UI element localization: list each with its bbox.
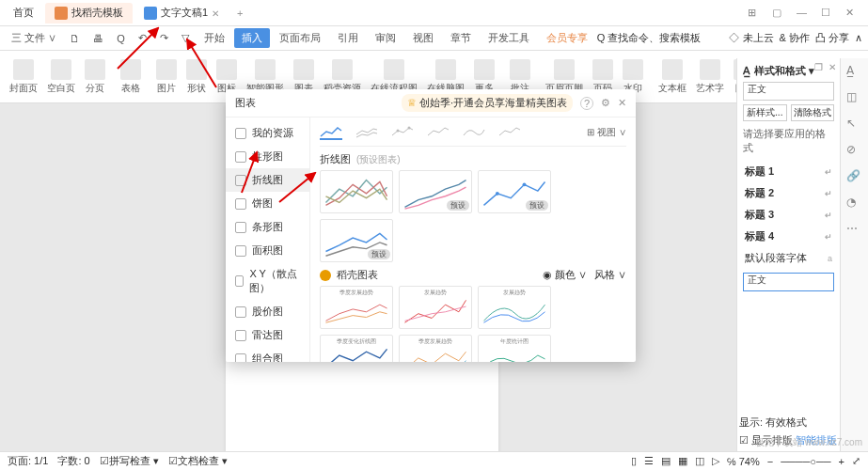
settings-icon[interactable]: ⚙ [601,97,610,109]
preset-thumb-1[interactable] [320,170,393,213]
tool-shape[interactable]: 形状 [182,57,211,97]
zoom-label[interactable]: ℅ 74% [727,456,760,467]
sidebar-scatter[interactable]: X Y（散点图） [226,262,309,300]
tab-home[interactable]: 首页 [4,3,43,24]
view-outline-icon[interactable]: ☰ [644,455,654,467]
tool-blank[interactable]: 空白页 [43,57,79,97]
quick-print-icon[interactable]: 🖶 [87,31,109,46]
sidebar-pie[interactable]: 饼图 [226,192,309,215]
style-h4[interactable]: 标题 4↵ [743,226,834,247]
dialog-close-icon[interactable]: ✕ [618,97,626,109]
tool-table[interactable]: 表格 [117,57,145,97]
style-filter[interactable]: 风格 ∨ [594,268,626,282]
box-icon[interactable]: ▢ [772,7,785,20]
dock-thumb[interactable]: 发展趋势 [399,286,472,329]
search-input[interactable]: Q 查找命令、搜索模板 [597,31,702,45]
current-style-select[interactable]: 正文 [743,82,834,101]
tab-document[interactable]: 文字文稿1✕ [134,3,230,24]
word-count[interactable]: 字数: 0 [57,454,89,468]
tab-chapter[interactable]: 章节 [443,28,479,48]
help-icon[interactable]: ? [580,97,593,110]
minimize-icon[interactable]: — [797,7,810,20]
view-print-icon[interactable]: ▯ [631,455,637,467]
close-icon[interactable]: ✕ [212,8,221,18]
sidetool-limit[interactable]: ⊘ [846,143,863,160]
view-split-icon[interactable]: ◫ [695,455,704,467]
view-web-icon[interactable]: ▦ [678,455,687,467]
pane-detach-icon[interactable]: ❐ [814,62,823,72]
sidetool-backup[interactable]: ◔ [846,196,863,212]
tab-pagelayout[interactable]: 页面布局 [272,28,328,48]
maximize-icon[interactable]: ☐ [821,7,834,20]
sidetool-more[interactable]: ⋯ [846,222,863,239]
color-filter[interactable]: ◉ 颜色 ∨ [543,268,587,282]
sidetool-format[interactable]: A̲ [846,64,863,81]
preset-thumb-3[interactable]: 预设 [478,170,551,213]
tab-developer[interactable]: 开发工具 [481,28,537,48]
tab-review[interactable]: 审阅 [368,28,403,48]
sidebar-area[interactable]: 面积图 [226,239,309,262]
linetype-smooth[interactable] [463,125,485,140]
view-read-icon[interactable]: ▤ [661,455,671,467]
sidebar-line[interactable]: 折线图 [226,168,309,192]
linetype-3d[interactable] [427,125,450,140]
undo-icon[interactable]: ↶ [133,30,152,46]
sidetool-style[interactable]: ◫ [846,90,863,107]
new-style-button[interactable]: 新样式... [743,104,787,121]
sidebar-combo[interactable]: 组合图 [226,347,309,362]
doc-check[interactable]: ☑文档检查 ▾ [168,454,228,468]
dock-thumb[interactable]: 年度统计图 [478,335,551,362]
view-toggle[interactable]: ⊞ 视图 ∨ [587,126,626,139]
preset-thumb-2[interactable]: 预设 [399,170,472,213]
style-default-font[interactable]: 默认段落字体a [743,247,834,269]
new-tab-button[interactable]: + [232,6,247,21]
sidetool-select[interactable]: ↖ [846,117,863,133]
linetype-stacked[interactable] [355,125,378,140]
sidebar-myresources[interactable]: 我的资源 [226,121,309,145]
fullscreen-icon[interactable]: ⤢ [852,455,860,467]
sidebar-hbar[interactable]: 条形图 [226,215,309,239]
promo-banner[interactable]: ♕创始季·开通会员享海量精美图表 [402,94,573,112]
tool-wordart[interactable]: 艺术字 [692,57,728,97]
tool-picture[interactable]: 图片 [152,57,181,97]
tool-textbox[interactable]: 文本框 [655,57,690,97]
cloud-status[interactable]: ◇ 未上云 [729,31,773,45]
quick-save-icon[interactable]: 🗋 [64,31,86,46]
dock-thumb[interactable]: 季度发展趋势 [399,335,472,362]
style-h3[interactable]: 标题 3↵ [743,204,834,226]
sidebar-bar[interactable]: 柱形图 [226,145,309,168]
tab-template[interactable]: 找稻壳模板 [45,3,133,24]
zoom-slider[interactable]: ────○── [781,456,830,467]
tab-start[interactable]: 开始 [197,28,232,48]
style-h2[interactable]: 标题 2↵ [743,182,834,204]
spell-check[interactable]: ☑拼写检查 ▾ [100,454,159,468]
dock-thumb[interactable]: 发展趋势 [478,286,551,329]
style-h1[interactable]: 标题 1↵ [743,161,834,182]
tab-insert[interactable]: 插入 [234,28,270,48]
tab-view[interactable]: 视图 [405,28,441,48]
grid-icon[interactable]: ⊞ [748,7,761,20]
style-body-select[interactable]: 正文 [743,273,834,291]
share-button[interactable]: 凸 分享 [815,31,849,45]
dock-thumb[interactable]: 季度变化折线图 [320,335,393,362]
pane-close-icon[interactable]: ✕ [829,62,836,72]
collapse-ribbon-icon[interactable]: ∧ [855,32,862,44]
show-select[interactable]: 有效格式 [765,416,807,428]
zoom-out-icon[interactable]: − [767,456,773,467]
collab-button[interactable]: & 协作 [780,31,810,45]
view-play-icon[interactable]: ▷ [712,455,719,467]
tool-cover[interactable]: 封面页 [6,57,41,97]
dropdown-icon[interactable]: ▽ [176,30,195,46]
tab-reference[interactable]: 引用 [330,28,366,48]
zoom-in-icon[interactable]: + [839,456,844,467]
linetype-markers[interactable] [391,125,414,140]
page-indicator[interactable]: 页面: 1/1 [8,454,48,468]
redo-icon[interactable]: ↷ [154,30,174,46]
quick-preview-icon[interactable]: Q [111,31,131,46]
linetype-step[interactable] [498,125,521,140]
dock-thumb[interactable]: 季度发展趋势 [320,286,393,329]
tab-member[interactable]: 会员专享 [539,28,595,48]
sidebar-radar[interactable]: 雷达图 [226,323,309,347]
sidebar-stock[interactable]: 股价图 [226,300,309,323]
close-window-icon[interactable]: ✕ [845,7,859,20]
